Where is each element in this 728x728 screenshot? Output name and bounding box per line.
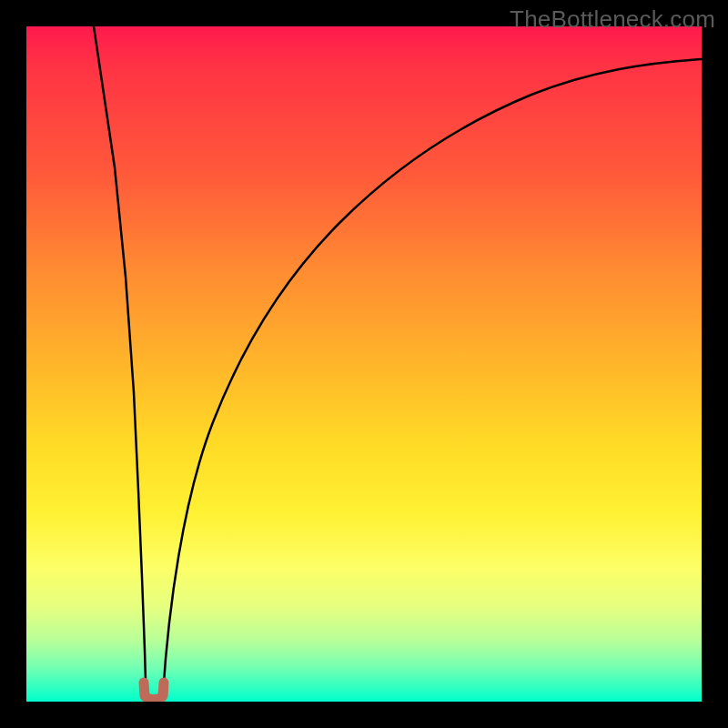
bottleneck-chart [26, 26, 702, 702]
valley-marker [144, 682, 164, 700]
curve-right-branch [163, 59, 702, 695]
chart-frame [26, 26, 702, 702]
watermark-text: TheBottleneck.com [510, 5, 715, 34]
curve-left-branch [94, 26, 147, 695]
